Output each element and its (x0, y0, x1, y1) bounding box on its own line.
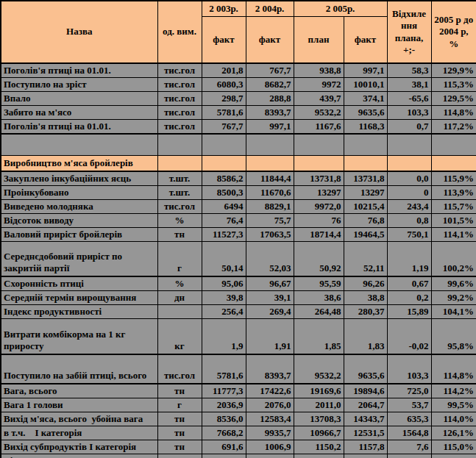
value-cell: 13731,8 (344, 171, 387, 186)
row-label-cell: Поголів'я птиці на 01.01. (1, 63, 157, 78)
unit-cell: тис.гол (157, 92, 202, 106)
value-cell: 19464,5 (344, 228, 387, 242)
section-header-row: Виробництво м'яса бройлерів (1, 156, 476, 172)
value-cell: 99,2% (431, 291, 476, 305)
value-cell: 96,67 (246, 276, 294, 291)
table-row: Відсоток виводу%76,475,77676,80,8101,5% (1, 214, 476, 228)
value-cell: 8586,2 (202, 171, 246, 186)
value-cell (202, 134, 246, 156)
value-cell: 0,6% (387, 454, 431, 458)
row-label-cell: Відсоток виводу (1, 214, 157, 228)
value-cell: 103,3 (387, 106, 431, 120)
value-cell: 103,3 (387, 354, 431, 384)
value-cell: 8500,3 (202, 186, 246, 200)
unit-cell: тис.гол (157, 120, 202, 135)
value-cell: 6080,3 (202, 78, 246, 92)
value-cell: 50,14 (202, 242, 246, 277)
value-cell: 10215,4 (344, 200, 387, 214)
value-cell: 8393,7 (246, 354, 294, 384)
value-cell: 374,1 (344, 92, 387, 106)
value-cell: 1006,9 (246, 440, 294, 454)
value-cell: 938,8 (294, 63, 344, 78)
value-cell: 99,6% (431, 276, 476, 291)
unit-cell: тис.гол (157, 200, 202, 214)
col-subheader-plan-2005: план (294, 17, 344, 64)
value-cell: 19894,6 (344, 384, 387, 398)
value-cell: 1167,6 (294, 120, 344, 135)
value-cell: 114,0% (431, 412, 476, 426)
value-cell: 99,5% (431, 398, 476, 412)
value-cell: 5781,6 (202, 354, 246, 384)
value-cell: 9532,2 (294, 354, 344, 384)
value-cell: 76,4 (202, 214, 246, 228)
value-cell: 71,5% (294, 454, 344, 458)
row-label-cell: Середній термін вирощування (1, 291, 157, 305)
table-row: Поголів'я птиці на 01.01.тис.гол201,8767… (1, 63, 476, 78)
value-cell: 2036,9 (202, 398, 246, 412)
table-row: в т.ч. І категоріятн7668,29935,710966,71… (1, 426, 476, 440)
value-cell: 126,1% (431, 426, 476, 440)
unit-cell: кг (157, 319, 202, 355)
value-cell: 38,1 (387, 78, 431, 92)
value-cell: 72,2% (246, 454, 294, 458)
unit-cell: т.шт. (157, 171, 202, 186)
value-cell: 1,19 (387, 242, 431, 277)
table-header: Назва од. вим. 2 003р. 2 004р. 2 005р. В… (1, 1, 476, 63)
table-row: Поступило на зрісттис.гол6080,38682,7997… (1, 78, 476, 92)
col-header-unit: од. вим. (157, 1, 202, 63)
col-subheader-fact-2005: факт (344, 17, 387, 64)
value-cell: 5781,6 (202, 106, 246, 120)
value-cell: 15,89 (387, 305, 431, 319)
value-cell (344, 134, 387, 156)
value-cell: 12531,5 (344, 426, 387, 440)
value-cell: 113,9% (431, 186, 476, 200)
value-cell: 0 (387, 186, 431, 200)
value-cell: 76,8 (344, 214, 387, 228)
unit-cell: г (157, 398, 202, 412)
value-cell: 115,7% (431, 200, 476, 214)
row-label-cell: Індекс продуктивності (1, 305, 157, 319)
table-row: Впалотис.гол298,7288,8439,7374,1-65,6129… (1, 92, 476, 106)
value-cell: 99,8% (431, 454, 476, 458)
value-cell (431, 156, 476, 172)
value-cell: 95,06 (202, 276, 246, 291)
value-cell: 101,5% (431, 214, 476, 228)
value-cell: 39,8 (202, 291, 246, 305)
value-cell: 280,37 (344, 305, 387, 319)
value-cell: 1157,8 (344, 440, 387, 454)
value-cell: 104,1% (431, 305, 476, 319)
value-cell: 129,5% (431, 92, 476, 106)
unit-cell: тис.гол (157, 63, 202, 78)
value-cell: 9635,6 (344, 106, 387, 120)
value-cell: 439,7 (294, 92, 344, 106)
unit-cell (157, 156, 202, 172)
value-cell: 13297 (294, 186, 344, 200)
value-cell: 38,8 (344, 291, 387, 305)
table-row: Поступило на забій птиці, всьоготис.гол5… (1, 354, 476, 384)
value-cell (246, 134, 294, 156)
value-cell: 8682,7 (246, 78, 294, 92)
value-cell: 13708,3 (294, 412, 344, 426)
value-cell: 691,6 (202, 440, 246, 454)
value-cell: 201,8 (202, 63, 246, 78)
row-label-cell: Поступило на зріст (1, 78, 157, 92)
value-cell: 6494 (202, 200, 246, 214)
unit-cell (157, 134, 202, 156)
value-cell: 72,1% (344, 454, 387, 458)
table-row: Середнєдобовий приріст по закритій парті… (1, 242, 476, 277)
value-cell: 95,8% (431, 319, 476, 355)
value-cell: 72,5% (202, 454, 246, 458)
row-label-cell: Вихід субпродуктів І категорія (1, 440, 157, 454)
value-cell: 725,0 (387, 384, 431, 398)
value-cell: 100,2% (431, 242, 476, 277)
value-cell: 1564,8 (387, 426, 431, 440)
value-cell: 9532,2 (294, 106, 344, 120)
value-cell: 58,3 (387, 63, 431, 78)
table-row: Виведено молоднякатис.гол64948829,19972,… (1, 200, 476, 214)
value-cell: 114,1% (431, 228, 476, 242)
value-cell: 256,4 (202, 305, 246, 319)
row-label-cell: в т.ч. І категорія (1, 426, 157, 440)
unit-cell: тис.гол (157, 78, 202, 92)
row-label-cell: Середнєдобовий приріст по закритій парті… (1, 242, 157, 277)
value-cell: 12583,4 (246, 412, 294, 426)
